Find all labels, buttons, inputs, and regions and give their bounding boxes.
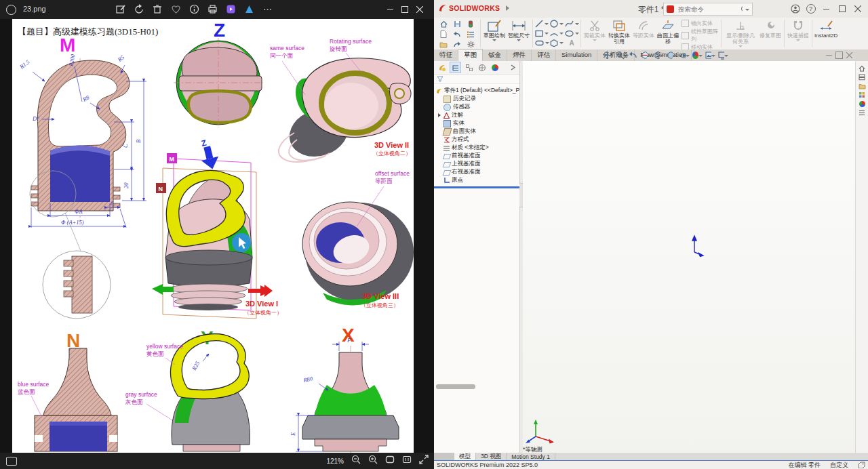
tree-item-top-plane[interactable]: 上视基准面 <box>434 160 519 168</box>
favorite-heart-icon[interactable] <box>169 2 183 16</box>
search-dropdown-icon[interactable] <box>745 9 749 11</box>
close-icon[interactable] <box>850 0 865 18</box>
doc-restore-icon[interactable] <box>835 52 843 59</box>
tree-item-solid-bodies[interactable]: 实体 <box>434 119 519 127</box>
tree-item-part-root[interactable]: 零件1 (Default) <<Default>_Photo <box>434 87 519 95</box>
smart-dimension-button[interactable]: 智能尺寸 <box>507 18 531 49</box>
tab-model[interactable]: 模型 <box>454 453 476 460</box>
view-orientation-icon[interactable] <box>654 50 664 60</box>
custom-properties-icon[interactable] <box>858 109 866 116</box>
feature-tree-tab-icon[interactable] <box>450 62 461 73</box>
status-tag-icon[interactable] <box>858 462 865 468</box>
trim-entities-button[interactable]: 剪裁实体 <box>583 18 607 49</box>
apply-scene-icon[interactable] <box>705 50 715 60</box>
convert-entities-button[interactable]: 转换实体引用 <box>607 18 631 49</box>
horizontal-scrollbar[interactable] <box>436 384 475 389</box>
tree-item-front-plane[interactable]: 前视基准面 <box>434 152 519 160</box>
edit-appearance-icon[interactable] <box>692 50 703 60</box>
new-document-button[interactable] <box>437 29 450 39</box>
tab-weldments[interactable]: 焊件 <box>507 49 532 61</box>
ellipse-tool[interactable] <box>564 28 579 38</box>
polygon-tool[interactable] <box>549 38 564 47</box>
close-icon[interactable] <box>412 0 427 18</box>
help-icon[interactable]: ? <box>803 0 818 18</box>
graphics-area[interactable] <box>523 61 868 453</box>
save-button[interactable] <box>450 19 464 29</box>
undo-button[interactable] <box>450 29 464 39</box>
designer-icon[interactable] <box>242 2 256 16</box>
sketch-button[interactable]: 草图绘制 <box>482 18 507 49</box>
exercise-drawing-image[interactable]: 【题目】高级建模练习题(3D15-H01) M <box>12 19 414 453</box>
zoom-area-icon[interactable] <box>615 50 625 60</box>
rectangle-tool[interactable] <box>534 28 549 38</box>
status-customize[interactable]: 自定义 <box>830 461 848 469</box>
info-icon[interactable] <box>187 2 201 16</box>
photo-canvas[interactable]: 【题目】高级建模练习题(3D15-H01) M <box>0 19 434 453</box>
tab-simulation[interactable]: Simulation <box>556 49 597 61</box>
tab-sketch[interactable]: 草图 <box>458 49 483 61</box>
display-style-icon[interactable] <box>667 50 677 60</box>
tree-item-material[interactable]: 材质 <未指定> <box>434 144 519 152</box>
instant2d-button[interactable]: Instant2D <box>814 18 838 49</box>
edit-image-icon[interactable] <box>114 2 128 16</box>
clipchamp-icon[interactable] <box>224 2 238 16</box>
fit-to-window-icon[interactable] <box>385 455 395 467</box>
fullscreen-icon[interactable] <box>419 455 429 467</box>
delete-icon[interactable] <box>151 2 165 16</box>
tree-item-equations[interactable]: 方程式 <box>434 136 519 144</box>
open-button[interactable] <box>437 39 450 49</box>
part-icon[interactable] <box>437 62 447 73</box>
spline-tool[interactable] <box>564 19 579 28</box>
tab-3d-views[interactable]: 3D 视图 <box>476 453 507 460</box>
minimize-icon[interactable] <box>382 0 397 18</box>
property-manager-tab-icon[interactable] <box>464 62 474 73</box>
maximize-icon[interactable] <box>397 0 412 18</box>
file-explorer-icon[interactable] <box>858 83 866 89</box>
tree-item-origin[interactable]: 原点 <box>434 176 519 184</box>
zoom-out-icon[interactable] <box>351 455 361 467</box>
quick-snaps-button[interactable]: 快速捕捉 <box>786 18 810 49</box>
tab-evaluate[interactable]: 评估 <box>532 49 556 61</box>
rotate-icon[interactable] <box>132 2 146 16</box>
tree-item-surface-bodies[interactable]: 曲面实体 <box>434 127 519 136</box>
linear-pattern-button[interactable]: 线性草图阵列 <box>680 28 719 43</box>
expander-icon[interactable] <box>438 113 441 117</box>
tree-item-sensors[interactable]: 传感器 <box>434 103 519 111</box>
taskpane-home-icon[interactable] <box>858 65 866 72</box>
actual-size-icon[interactable] <box>402 455 412 467</box>
tree-filter[interactable] <box>434 75 519 84</box>
tab-features[interactable]: 特征 <box>434 49 458 61</box>
doc-minimize-icon[interactable] <box>826 55 832 56</box>
surface-offset-button[interactable]: 曲面上偏移 <box>656 18 680 49</box>
slot-tool[interactable] <box>534 38 549 47</box>
view-palette-icon[interactable] <box>858 91 866 98</box>
print-icon[interactable] <box>205 2 220 16</box>
view-settings-icon[interactable] <box>718 50 728 60</box>
section-view-icon[interactable] <box>641 50 651 60</box>
zoom-fit-icon[interactable] <box>602 50 612 60</box>
doc-close-icon[interactable] <box>846 52 852 58</box>
search-input[interactable] <box>677 5 738 14</box>
rollback-bar[interactable] <box>434 186 519 188</box>
tree-item-right-plane[interactable]: 右视基准面 <box>434 168 519 176</box>
mirror-entities-button[interactable]: 镜向实体 <box>680 20 719 27</box>
design-library-icon[interactable] <box>858 74 866 81</box>
home-button[interactable] <box>437 19 450 29</box>
display-manager-tab-icon[interactable] <box>490 62 500 73</box>
display-relations-button[interactable]: 显示/删除几何关系 <box>723 18 758 49</box>
appearances-icon[interactable] <box>858 100 866 107</box>
configuration-manager-tab-icon[interactable] <box>477 62 487 73</box>
expand-panel-icon[interactable] <box>508 62 518 73</box>
tree-item-annotations[interactable]: 注解 <box>434 111 519 119</box>
maximize-icon[interactable] <box>834 0 850 18</box>
redo-button[interactable] <box>450 39 464 49</box>
tree-item-history[interactable]: 历史记录 <box>434 95 519 103</box>
search-icon[interactable] <box>741 5 743 14</box>
line-tool[interactable] <box>534 19 549 28</box>
circle-tool[interactable] <box>549 19 564 28</box>
tab-motion-study[interactable]: Motion Study 1 <box>507 453 555 460</box>
offset-entities-button[interactable]: 等距实体 <box>631 18 656 49</box>
tab-sheet-metal[interactable]: 钣金 <box>483 49 507 61</box>
view-list-button[interactable] <box>464 29 477 39</box>
previous-view-icon[interactable] <box>628 50 638 60</box>
